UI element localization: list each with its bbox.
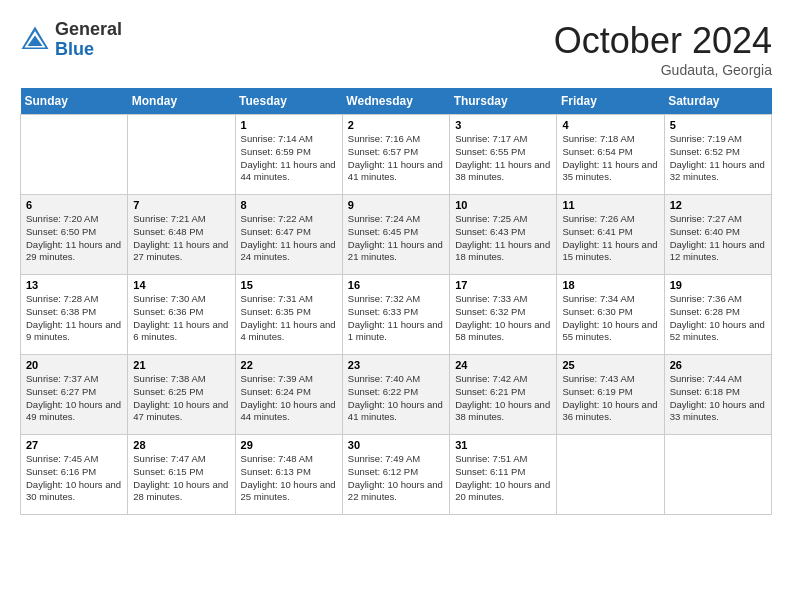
day-info: Sunrise: 7:21 AMSunset: 6:48 PMDaylight:… bbox=[133, 213, 229, 264]
day-info: Sunrise: 7:24 AMSunset: 6:45 PMDaylight:… bbox=[348, 213, 444, 264]
calendar-header: SundayMondayTuesdayWednesdayThursdayFrid… bbox=[21, 88, 772, 115]
calendar-cell: 6Sunrise: 7:20 AMSunset: 6:50 PMDaylight… bbox=[21, 195, 128, 275]
day-info: Sunrise: 7:27 AMSunset: 6:40 PMDaylight:… bbox=[670, 213, 766, 264]
day-info: Sunrise: 7:28 AMSunset: 6:38 PMDaylight:… bbox=[26, 293, 122, 344]
calendar-cell: 16Sunrise: 7:32 AMSunset: 6:33 PMDayligh… bbox=[342, 275, 449, 355]
day-number: 28 bbox=[133, 439, 229, 451]
day-number: 16 bbox=[348, 279, 444, 291]
title-section: October 2024 Gudauta, Georgia bbox=[554, 20, 772, 78]
day-number: 1 bbox=[241, 119, 337, 131]
day-number: 9 bbox=[348, 199, 444, 211]
logo-general: General bbox=[55, 20, 122, 40]
calendar-cell: 8Sunrise: 7:22 AMSunset: 6:47 PMDaylight… bbox=[235, 195, 342, 275]
day-number: 10 bbox=[455, 199, 551, 211]
day-info: Sunrise: 7:45 AMSunset: 6:16 PMDaylight:… bbox=[26, 453, 122, 504]
day-number: 21 bbox=[133, 359, 229, 371]
calendar-cell: 4Sunrise: 7:18 AMSunset: 6:54 PMDaylight… bbox=[557, 115, 664, 195]
calendar-week-row: 6Sunrise: 7:20 AMSunset: 6:50 PMDaylight… bbox=[21, 195, 772, 275]
day-info: Sunrise: 7:43 AMSunset: 6:19 PMDaylight:… bbox=[562, 373, 658, 424]
calendar-cell bbox=[21, 115, 128, 195]
day-number: 15 bbox=[241, 279, 337, 291]
calendar-table: SundayMondayTuesdayWednesdayThursdayFrid… bbox=[20, 88, 772, 515]
calendar-week-row: 27Sunrise: 7:45 AMSunset: 6:16 PMDayligh… bbox=[21, 435, 772, 515]
calendar-cell: 15Sunrise: 7:31 AMSunset: 6:35 PMDayligh… bbox=[235, 275, 342, 355]
calendar-cell: 25Sunrise: 7:43 AMSunset: 6:19 PMDayligh… bbox=[557, 355, 664, 435]
logo-blue: Blue bbox=[55, 40, 122, 60]
logo-text: General Blue bbox=[55, 20, 122, 60]
day-info: Sunrise: 7:34 AMSunset: 6:30 PMDaylight:… bbox=[562, 293, 658, 344]
calendar-week-row: 20Sunrise: 7:37 AMSunset: 6:27 PMDayligh… bbox=[21, 355, 772, 435]
day-info: Sunrise: 7:40 AMSunset: 6:22 PMDaylight:… bbox=[348, 373, 444, 424]
calendar-cell bbox=[128, 115, 235, 195]
calendar-cell: 13Sunrise: 7:28 AMSunset: 6:38 PMDayligh… bbox=[21, 275, 128, 355]
calendar-week-row: 1Sunrise: 7:14 AMSunset: 6:59 PMDaylight… bbox=[21, 115, 772, 195]
calendar-cell: 18Sunrise: 7:34 AMSunset: 6:30 PMDayligh… bbox=[557, 275, 664, 355]
calendar-cell: 3Sunrise: 7:17 AMSunset: 6:55 PMDaylight… bbox=[450, 115, 557, 195]
weekday-header-friday: Friday bbox=[557, 88, 664, 115]
logo-icon bbox=[20, 25, 50, 55]
day-info: Sunrise: 7:19 AMSunset: 6:52 PMDaylight:… bbox=[670, 133, 766, 184]
day-info: Sunrise: 7:49 AMSunset: 6:12 PMDaylight:… bbox=[348, 453, 444, 504]
calendar-cell: 27Sunrise: 7:45 AMSunset: 6:16 PMDayligh… bbox=[21, 435, 128, 515]
weekday-header-monday: Monday bbox=[128, 88, 235, 115]
logo: General Blue bbox=[20, 20, 122, 60]
day-number: 12 bbox=[670, 199, 766, 211]
calendar-cell: 23Sunrise: 7:40 AMSunset: 6:22 PMDayligh… bbox=[342, 355, 449, 435]
calendar-body: 1Sunrise: 7:14 AMSunset: 6:59 PMDaylight… bbox=[21, 115, 772, 515]
day-number: 24 bbox=[455, 359, 551, 371]
day-number: 4 bbox=[562, 119, 658, 131]
day-info: Sunrise: 7:37 AMSunset: 6:27 PMDaylight:… bbox=[26, 373, 122, 424]
day-number: 31 bbox=[455, 439, 551, 451]
day-number: 30 bbox=[348, 439, 444, 451]
day-number: 18 bbox=[562, 279, 658, 291]
calendar-cell: 2Sunrise: 7:16 AMSunset: 6:57 PMDaylight… bbox=[342, 115, 449, 195]
month-title: October 2024 bbox=[554, 20, 772, 62]
calendar-cell: 10Sunrise: 7:25 AMSunset: 6:43 PMDayligh… bbox=[450, 195, 557, 275]
day-info: Sunrise: 7:36 AMSunset: 6:28 PMDaylight:… bbox=[670, 293, 766, 344]
day-number: 13 bbox=[26, 279, 122, 291]
day-info: Sunrise: 7:33 AMSunset: 6:32 PMDaylight:… bbox=[455, 293, 551, 344]
day-number: 8 bbox=[241, 199, 337, 211]
day-number: 14 bbox=[133, 279, 229, 291]
calendar-cell: 11Sunrise: 7:26 AMSunset: 6:41 PMDayligh… bbox=[557, 195, 664, 275]
calendar-cell: 22Sunrise: 7:39 AMSunset: 6:24 PMDayligh… bbox=[235, 355, 342, 435]
day-number: 27 bbox=[26, 439, 122, 451]
calendar-cell: 24Sunrise: 7:42 AMSunset: 6:21 PMDayligh… bbox=[450, 355, 557, 435]
day-info: Sunrise: 7:32 AMSunset: 6:33 PMDaylight:… bbox=[348, 293, 444, 344]
location: Gudauta, Georgia bbox=[554, 62, 772, 78]
day-number: 6 bbox=[26, 199, 122, 211]
day-info: Sunrise: 7:22 AMSunset: 6:47 PMDaylight:… bbox=[241, 213, 337, 264]
day-info: Sunrise: 7:17 AMSunset: 6:55 PMDaylight:… bbox=[455, 133, 551, 184]
day-info: Sunrise: 7:44 AMSunset: 6:18 PMDaylight:… bbox=[670, 373, 766, 424]
calendar-cell: 17Sunrise: 7:33 AMSunset: 6:32 PMDayligh… bbox=[450, 275, 557, 355]
calendar-cell: 9Sunrise: 7:24 AMSunset: 6:45 PMDaylight… bbox=[342, 195, 449, 275]
day-number: 5 bbox=[670, 119, 766, 131]
day-number: 19 bbox=[670, 279, 766, 291]
calendar-cell: 29Sunrise: 7:48 AMSunset: 6:13 PMDayligh… bbox=[235, 435, 342, 515]
day-info: Sunrise: 7:38 AMSunset: 6:25 PMDaylight:… bbox=[133, 373, 229, 424]
weekday-header-sunday: Sunday bbox=[21, 88, 128, 115]
day-info: Sunrise: 7:39 AMSunset: 6:24 PMDaylight:… bbox=[241, 373, 337, 424]
calendar-cell: 26Sunrise: 7:44 AMSunset: 6:18 PMDayligh… bbox=[664, 355, 771, 435]
day-info: Sunrise: 7:20 AMSunset: 6:50 PMDaylight:… bbox=[26, 213, 122, 264]
day-number: 26 bbox=[670, 359, 766, 371]
calendar-cell: 31Sunrise: 7:51 AMSunset: 6:11 PMDayligh… bbox=[450, 435, 557, 515]
day-number: 29 bbox=[241, 439, 337, 451]
weekday-header-row: SundayMondayTuesdayWednesdayThursdayFrid… bbox=[21, 88, 772, 115]
day-info: Sunrise: 7:26 AMSunset: 6:41 PMDaylight:… bbox=[562, 213, 658, 264]
weekday-header-saturday: Saturday bbox=[664, 88, 771, 115]
calendar-cell: 19Sunrise: 7:36 AMSunset: 6:28 PMDayligh… bbox=[664, 275, 771, 355]
day-info: Sunrise: 7:25 AMSunset: 6:43 PMDaylight:… bbox=[455, 213, 551, 264]
calendar-cell: 28Sunrise: 7:47 AMSunset: 6:15 PMDayligh… bbox=[128, 435, 235, 515]
calendar-cell: 5Sunrise: 7:19 AMSunset: 6:52 PMDaylight… bbox=[664, 115, 771, 195]
day-number: 22 bbox=[241, 359, 337, 371]
day-number: 20 bbox=[26, 359, 122, 371]
day-info: Sunrise: 7:18 AMSunset: 6:54 PMDaylight:… bbox=[562, 133, 658, 184]
weekday-header-tuesday: Tuesday bbox=[235, 88, 342, 115]
weekday-header-thursday: Thursday bbox=[450, 88, 557, 115]
day-info: Sunrise: 7:42 AMSunset: 6:21 PMDaylight:… bbox=[455, 373, 551, 424]
day-number: 3 bbox=[455, 119, 551, 131]
day-info: Sunrise: 7:47 AMSunset: 6:15 PMDaylight:… bbox=[133, 453, 229, 504]
calendar-cell bbox=[664, 435, 771, 515]
day-info: Sunrise: 7:31 AMSunset: 6:35 PMDaylight:… bbox=[241, 293, 337, 344]
